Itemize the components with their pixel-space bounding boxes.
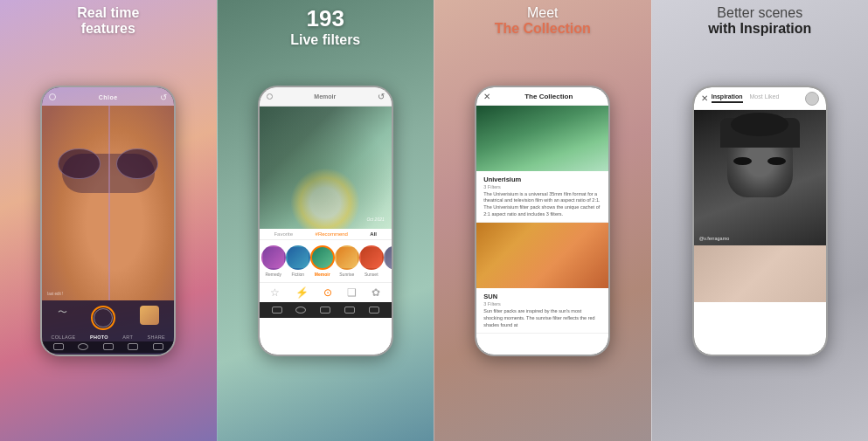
thumb-bg	[694, 245, 826, 302]
filter-sunset: Sunset	[359, 245, 384, 277]
split-line	[108, 106, 110, 300]
tab-inspiration[interactable]: Inspiration	[712, 93, 743, 103]
filter-date: Oct 2021	[366, 217, 384, 222]
insp-tabs: Inspiration Most Liked	[712, 93, 802, 103]
tab-photo[interactable]: PHOTO	[90, 334, 108, 340]
left-lens	[58, 148, 100, 180]
filter-sunrise: Sunrise	[335, 245, 359, 277]
caption3-line2: The Collection	[434, 21, 651, 37]
capture-button[interactable]	[91, 306, 115, 330]
screen4-topbar: ✕ Inspiration Most Liked	[694, 87, 826, 110]
phone4: ✕ Inspiration Most Liked @v.ferragamo	[692, 86, 828, 356]
caption2-number: 193	[218, 5, 434, 32]
username-label: @v.ferragamo	[699, 236, 730, 241]
sys-icon-5	[153, 343, 163, 350]
collection-item2-subtitle: 3 Filters	[483, 301, 601, 307]
filter-photo: Oct 2021	[260, 107, 392, 229]
camera-dot	[49, 93, 56, 100]
screen1-bottombar: 〜 COLLAGE PHOTO ART SHARE	[42, 300, 174, 355]
inspiration-thumb-photo	[694, 245, 826, 302]
refresh2-icon: ↺	[378, 92, 385, 101]
sys2-icon-4	[344, 307, 355, 314]
sys2-icon-3	[320, 307, 330, 314]
bottom-icons: 〜	[42, 304, 174, 332]
filter-circle-remedy[interactable]	[261, 245, 286, 270]
sys2-icon-1	[272, 307, 282, 314]
refresh-icon: ↺	[160, 93, 167, 102]
tab-recommend[interactable]: #Recommend	[316, 231, 348, 237]
sys-icon-3	[103, 343, 114, 350]
filter-list: Remedy Fiction Memoir Sunrise	[260, 240, 392, 282]
collection-image-1	[476, 106, 608, 171]
close-icon[interactable]: ✕	[483, 92, 490, 101]
tab-share[interactable]: SHARE	[148, 334, 165, 340]
phone2-wrap: Memoir ↺ Oct 2021 Favorite #Recommend Al…	[258, 0, 393, 441]
circle-icon: ⊙	[323, 286, 332, 299]
close-icon4[interactable]: ✕	[701, 93, 708, 103]
tab-favorite[interactable]: Favorite	[274, 231, 293, 237]
collection-scroll: Univerisium 3 Filters The Univerisium is…	[476, 106, 608, 355]
filter-fiction: Fiction	[286, 245, 310, 277]
gallery-icon	[140, 306, 159, 325]
section4-caption: Better scenes with Inspiration	[652, 5, 869, 37]
filter-label-sunrise: Sunrise	[339, 272, 354, 277]
right-lens	[116, 148, 158, 180]
collection-img1-bg	[476, 106, 608, 171]
phone1-wrap: Chloe ↺ last edit ! 〜	[40, 0, 176, 441]
filter-label-remedy: Remedy	[265, 272, 281, 277]
filter-circle-memoir[interactable]	[310, 245, 335, 270]
screen1-topbar: Chloe ↺	[42, 87, 174, 106]
collection-title-bar: The Collection	[496, 93, 601, 100]
filter-circle-fiction[interactable]	[286, 245, 310, 270]
sys-icon-2	[78, 343, 88, 350]
collection-info-2: SUN 3 Filters Sun filter packs are inspi…	[476, 288, 608, 334]
bottom-icons2: ☆ ⚡ ⊙ ❑ ✿	[260, 282, 392, 302]
screen2-topbar: Memoir ↺	[260, 87, 392, 107]
caption3-line1: Meet	[434, 5, 651, 21]
tab-collage[interactable]: COLLAGE	[51, 334, 75, 340]
section-realtime: Real time features Chloe ↺ last edit !	[0, 0, 217, 441]
phone2: Memoir ↺ Oct 2021 Favorite #Recommend Al…	[258, 86, 393, 356]
tab-all[interactable]: All	[370, 231, 377, 237]
phone1: Chloe ↺ last edit ! 〜	[40, 86, 176, 356]
collection-item1-subtitle: 3 Filters	[483, 184, 601, 189]
filter-label-sunset: Sunset	[365, 272, 378, 277]
caption4-line1: Better scenes	[652, 5, 869, 21]
caption2-line2: Live filters	[218, 32, 434, 48]
section-collection: Meet The Collection ✕ The Collection Uni…	[434, 0, 651, 441]
collection-item2-title: SUN	[483, 293, 601, 300]
filter-can: Can	[384, 245, 392, 277]
caption1-line1: Real time	[0, 5, 217, 21]
layers-icon: ❑	[347, 286, 357, 299]
screen4: ✕ Inspiration Most Liked @v.ferragamo	[694, 87, 826, 355]
tab-most-liked[interactable]: Most Liked	[750, 93, 780, 103]
screen2-title: Memoir	[314, 93, 336, 100]
flower-icon: ✿	[372, 286, 380, 299]
collection-item2-desc: Sun filter packs are inspired by the sun…	[483, 308, 601, 328]
filter-vignette	[260, 107, 392, 229]
filter-label-memoir: Memoir	[315, 272, 330, 277]
filter-circle-sunset[interactable]	[359, 245, 384, 270]
screen1: Chloe ↺ last edit ! 〜	[42, 87, 174, 355]
phone4-wrap: ✕ Inspiration Most Liked @v.ferragamo	[692, 0, 828, 441]
camera-dot2	[267, 93, 273, 100]
screen2-bottom	[260, 302, 392, 318]
sys2-icon-2	[295, 307, 306, 314]
screen3-topbar: ✕ The Collection	[476, 87, 608, 106]
collection-item1-desc: The Univerisium is a universal 35mm film…	[483, 191, 601, 218]
wave-icon: 〜	[58, 306, 67, 330]
user-avatar	[805, 92, 819, 106]
filter-circle-sunrise[interactable]	[335, 245, 359, 270]
filter-circle-can[interactable]	[384, 245, 392, 270]
filter-tabs[interactable]: Favorite #Recommend All	[260, 229, 392, 240]
filter-label-fiction: Fiction	[291, 272, 304, 277]
phone3-wrap: ✕ The Collection Univerisium 3 Filters T…	[475, 0, 610, 441]
capture-inner	[94, 308, 113, 327]
tab-art[interactable]: ART	[122, 334, 133, 340]
screen1-title: Chloe	[99, 94, 118, 100]
bottom-tabs: COLLAGE PHOTO ART SHARE	[42, 332, 174, 341]
screen2-sys-icons	[263, 305, 388, 315]
photo-timestamp: last edit !	[47, 292, 63, 296]
sys-icon-4	[128, 343, 138, 350]
star-icon: ☆	[270, 286, 280, 299]
